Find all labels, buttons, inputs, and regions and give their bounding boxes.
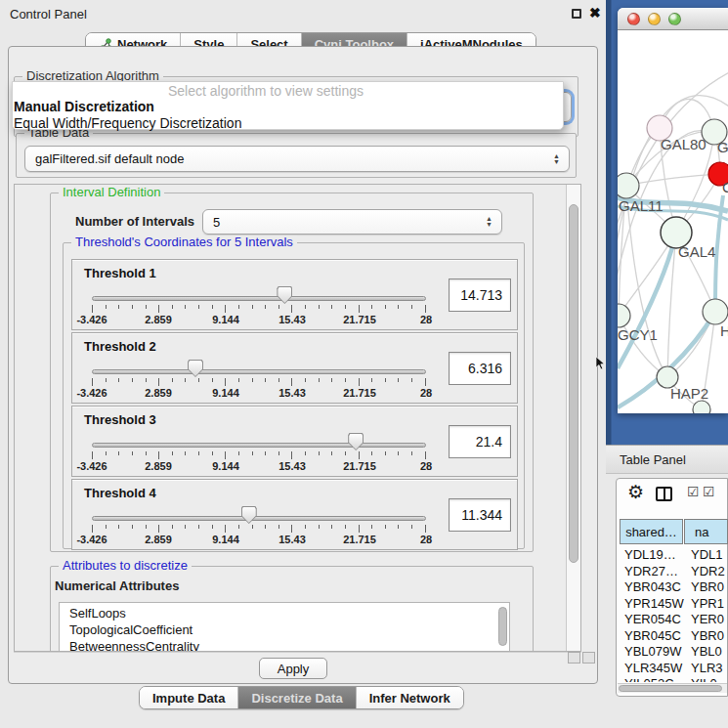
network-canvas[interactable]: GAL80 G C GAL11 GAL4 GCY1 H HAP2 bbox=[618, 31, 728, 413]
apply-button[interactable]: Apply bbox=[259, 658, 327, 679]
table-panel-header: Table Panel bbox=[606, 445, 728, 474]
control-panel-titlebar: Control Panel ✖ bbox=[0, 0, 606, 27]
threshold-2-value-field[interactable]: 6.316 bbox=[449, 352, 511, 385]
table-rows: YDL19…YDL1 YDR27…YDR2 YBR043CYBR0 YPR145… bbox=[617, 546, 727, 682]
table-row[interactable]: YBL079WYBL0 bbox=[617, 644, 727, 661]
tab-infer-network[interactable]: Infer Network bbox=[357, 687, 463, 708]
combo-arrows-icon: ▲▼ bbox=[486, 216, 492, 228]
node-label: GAL11 bbox=[619, 197, 664, 214]
node-label: H bbox=[720, 322, 728, 339]
tab-impute-data[interactable]: Impute Data bbox=[140, 687, 238, 708]
threshold-1-value-field[interactable]: 14.713 bbox=[449, 278, 511, 312]
table-panel-title: Table Panel bbox=[620, 452, 686, 467]
float-icon[interactable] bbox=[572, 9, 581, 19]
table-row[interactable]: YDL19…YDL1 bbox=[617, 547, 727, 564]
column-header-shared-name[interactable]: shared… bbox=[620, 519, 683, 544]
list-item[interactable]: TopologicalCoefficient bbox=[69, 621, 509, 638]
node-label: HAP2 bbox=[670, 385, 708, 402]
zoom-traffic-light[interactable] bbox=[668, 13, 681, 25]
threshold-4-slider-thumb[interactable] bbox=[241, 506, 257, 524]
threshold-2-panel: Threshold 2 -3.426 2.859 9.144 15.43 21.… bbox=[71, 332, 518, 404]
table-row[interactable]: YIL052CYIL0 bbox=[617, 676, 727, 682]
divider bbox=[14, 652, 581, 653]
columns-icon[interactable] bbox=[656, 487, 672, 501]
table-data-combobox[interactable]: galFiltered.sif default node ▲▼ bbox=[24, 146, 570, 172]
tick-marks bbox=[92, 305, 426, 313]
tick-marks bbox=[92, 525, 426, 533]
table-row[interactable]: YER054CYER0 bbox=[617, 612, 727, 628]
scrollbar-thumb[interactable] bbox=[619, 685, 722, 692]
list-item[interactable]: SelfLoops bbox=[69, 605, 509, 621]
dropdown-item-manual[interactable]: Manual Discretization bbox=[13, 99, 563, 115]
node-label: GAL4 bbox=[678, 243, 715, 260]
threshold-4-slider-track[interactable] bbox=[92, 516, 426, 521]
node-label: C bbox=[722, 179, 728, 195]
network-graph: GAL80 G C GAL11 GAL4 GCY1 H HAP2 bbox=[618, 31, 728, 413]
thresholds-group: Threshold's Coordinates for 5 Intervals … bbox=[63, 242, 525, 549]
node-label: GAL80 bbox=[661, 136, 707, 152]
algorithm-dropdown-popup: Select algorithm to view settings Manual… bbox=[12, 81, 564, 130]
network-window: GAL80 G C GAL11 GAL4 GCY1 H HAP2 bbox=[618, 8, 728, 413]
threshold-3-panel: Threshold 3 -3.426 2.859 9.144 15.43 21.… bbox=[71, 406, 518, 477]
threshold-3-slider-track[interactable] bbox=[92, 443, 426, 448]
mouse-cursor bbox=[596, 357, 606, 370]
table-horizontal-scrollbar[interactable] bbox=[618, 683, 727, 693]
dropdown-placeholder: Select algorithm to view settings bbox=[13, 83, 519, 99]
threshold-2-slider-track[interactable] bbox=[92, 369, 426, 374]
interval-definition-title: Interval Definition bbox=[59, 186, 164, 199]
list-scrollbar[interactable] bbox=[498, 607, 507, 646]
number-of-intervals-label: Number of Intervals bbox=[75, 214, 194, 229]
threshold-2-slider-thumb[interactable] bbox=[188, 360, 203, 377]
thresholds-group-title: Threshold's Coordinates for 5 Intervals bbox=[71, 236, 297, 249]
attributes-group-title: Attributes to discretize bbox=[59, 559, 192, 573]
threshold-1-panel: Threshold 1 -3.426 2.859 9.144 15.43 21.… bbox=[71, 259, 518, 330]
app-window: Control Panel ✖ Network Style Select Cyn… bbox=[0, 0, 728, 728]
tick-marks bbox=[92, 451, 426, 459]
threshold-3-value-field[interactable]: 21.4 bbox=[449, 425, 511, 458]
settings-scrollpane: Interval Definition Number of Intervals … bbox=[14, 184, 581, 652]
column-header-name[interactable]: na bbox=[684, 519, 728, 544]
tick-marks bbox=[92, 378, 426, 386]
minimize-traffic-light[interactable] bbox=[648, 13, 661, 25]
panel-title: Control Panel bbox=[10, 7, 87, 21]
scroll-corner-button[interactable] bbox=[568, 652, 580, 664]
table-data-group: Table Data galFiltered.sif default node … bbox=[16, 133, 577, 178]
table-row[interactable]: YBR043CYBR0 bbox=[617, 579, 727, 596]
list-item[interactable]: BetweennessCentrality bbox=[69, 638, 509, 652]
combo-arrows-icon: ▲▼ bbox=[553, 153, 560, 165]
numerical-attributes-list: SelfLoops TopologicalCoefficient Between… bbox=[59, 602, 510, 652]
table-row[interactable]: YDR27…YDR2 bbox=[617, 564, 727, 580]
number-of-intervals-value: 5 bbox=[213, 215, 220, 230]
scroll-corner-button[interactable] bbox=[582, 652, 595, 664]
table-row[interactable]: YLR345WYLR3 bbox=[617, 661, 727, 677]
bottom-tab-bar: Impute Data Discretize Data Infer Networ… bbox=[139, 686, 464, 709]
close-icon[interactable]: ✖ bbox=[589, 5, 601, 21]
threshold-3-slider-thumb[interactable] bbox=[348, 433, 364, 450]
dropdown-item-equal-width[interactable]: Equal Width/Frequency Discretization bbox=[13, 115, 563, 132]
close-traffic-light[interactable] bbox=[627, 13, 640, 25]
node-h[interactable] bbox=[703, 299, 728, 324]
node-gal11[interactable] bbox=[618, 173, 639, 198]
threshold-1-slider-thumb[interactable] bbox=[277, 286, 292, 304]
threshold-1-slider-track[interactable] bbox=[92, 296, 426, 301]
node-label: G bbox=[717, 139, 728, 155]
node-partial[interactable] bbox=[693, 401, 710, 413]
checkbox-icon[interactable]: ☑ bbox=[703, 485, 715, 498]
tab-discretize-data[interactable]: Discretize Data bbox=[238, 687, 356, 708]
settings-vertical-scrollbar[interactable] bbox=[566, 185, 580, 651]
table-row[interactable]: YBR045CYBR0 bbox=[617, 628, 727, 645]
scrollbar-thumb[interactable] bbox=[569, 204, 578, 563]
network-window-titlebar[interactable] bbox=[618, 8, 728, 30]
table-data-value: galFiltered.sif default node bbox=[35, 151, 184, 166]
node-gcy1[interactable] bbox=[618, 304, 630, 327]
table-row[interactable]: YPR145WYPR1 bbox=[617, 596, 727, 613]
interval-definition-group: Interval Definition Number of Intervals … bbox=[50, 193, 534, 552]
threshold-4-panel: Threshold 4 -3.426 2.859 9.144 15.43 21.… bbox=[71, 479, 518, 550]
numerical-attributes-label: Numerical Attributes bbox=[55, 578, 179, 593]
gear-icon[interactable]: ⚙ bbox=[627, 483, 644, 501]
attributes-group: Attributes to discretize Numerical Attri… bbox=[50, 566, 534, 652]
threshold-4-value-field[interactable]: 11.344 bbox=[449, 498, 511, 532]
node-label: GCY1 bbox=[618, 326, 658, 343]
checkbox-icon[interactable]: ☑ bbox=[687, 485, 700, 498]
number-of-intervals-combobox[interactable]: 5 ▲▼ bbox=[202, 209, 502, 235]
